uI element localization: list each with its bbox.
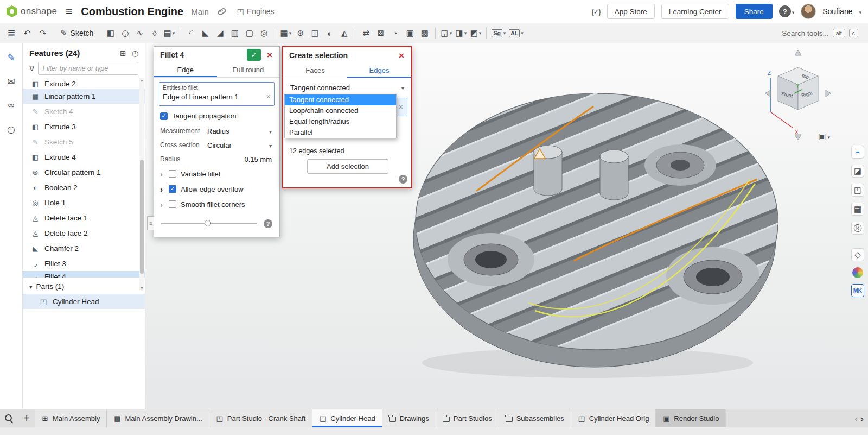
tangent-propagation-row[interactable]: Tangent propagation bbox=[154, 108, 279, 124]
share-button[interactable]: Share bbox=[736, 4, 773, 19]
allow-edge-overflow-checkbox[interactable] bbox=[169, 185, 176, 193]
dropdown-option[interactable]: Tangent connected bbox=[285, 94, 396, 105]
chamfer-icon[interactable]: ◣ bbox=[199, 26, 212, 40]
feature-item[interactable]: Boolean 2 bbox=[23, 180, 145, 195]
dropdown-option[interactable]: Loop/chain connected bbox=[285, 105, 396, 116]
shortcuts-icon[interactable]: ⓚ bbox=[851, 222, 864, 235]
feature-item[interactable]: Sketch 4 bbox=[23, 104, 145, 119]
close-button[interactable] bbox=[395, 49, 407, 61]
divider[interactable] bbox=[355, 27, 355, 39]
mk-toolbar-icon[interactable]: MK bbox=[851, 284, 864, 297]
radius-input[interactable]: 0.15 mm bbox=[206, 155, 273, 163]
document-tab[interactable]: Cylinder Head Orig bbox=[571, 409, 656, 427]
document-tab[interactable]: Main Assembly bbox=[35, 409, 107, 427]
undo-icon[interactable] bbox=[20, 26, 34, 40]
feature-item[interactable]: Delete face 1 bbox=[23, 210, 145, 225]
document-tab[interactable]: Subassemblies bbox=[499, 409, 571, 427]
confirm-button[interactable] bbox=[247, 49, 261, 61]
dropdown-option[interactable]: Equal length/radius bbox=[285, 116, 396, 127]
feature-item[interactable]: Circular pattern 1 bbox=[23, 165, 145, 180]
zoom-select-icon[interactable] bbox=[0, 409, 18, 427]
divider[interactable] bbox=[435, 27, 436, 39]
feature-item[interactable]: Extrude 4 bbox=[23, 149, 145, 165]
clear-selection-icon[interactable] bbox=[266, 92, 271, 101]
clear-selection-icon[interactable] bbox=[399, 103, 403, 111]
circular-pattern-icon[interactable]: ⊛ bbox=[293, 26, 307, 40]
selection-type-dropdown[interactable]: Tangent connected bbox=[288, 82, 406, 93]
linear-pattern-icon[interactable]: ▦ bbox=[279, 26, 292, 40]
tangent-propagation-checkbox[interactable] bbox=[160, 112, 168, 120]
measure-icon[interactable]: ◱ bbox=[439, 26, 453, 40]
create-selection-header[interactable]: Create selection bbox=[283, 47, 411, 64]
tab-faces[interactable]: Faces bbox=[283, 64, 347, 78]
new-tab-button[interactable] bbox=[18, 409, 35, 427]
ping-icon[interactable]: ✎ bbox=[5, 51, 18, 64]
dialog-drag-handle[interactable] bbox=[147, 216, 154, 230]
extrude-icon[interactable]: ◧ bbox=[104, 26, 117, 40]
feature-list-toggle-icon[interactable] bbox=[4, 26, 18, 40]
workspace-label[interactable]: Main bbox=[191, 7, 209, 16]
fillet-dialog-header[interactable]: Fillet 4 bbox=[154, 47, 279, 63]
feature-item[interactable]: Extrude 2 bbox=[23, 79, 145, 89]
user-menu[interactable]: Soufiane bbox=[822, 7, 852, 16]
isolate-icon[interactable]: ◇ bbox=[851, 248, 864, 261]
cross-section-select[interactable]: Circular bbox=[206, 140, 273, 150]
user-caret-icon[interactable] bbox=[859, 8, 861, 16]
help-icon[interactable] bbox=[264, 219, 272, 228]
feature-item[interactable]: Hole 1 bbox=[23, 195, 145, 210]
rib-icon[interactable]: ▥ bbox=[228, 26, 241, 40]
feature-item[interactable]: Delete face 2 bbox=[23, 225, 145, 241]
feature-item[interactable]: Sketch 5 bbox=[23, 134, 145, 149]
appearance-icon[interactable]: ◩ bbox=[469, 26, 482, 40]
smooth-fillet-corners-checkbox[interactable] bbox=[169, 200, 176, 208]
document-tab[interactable]: Part Studios bbox=[436, 409, 499, 427]
split-icon[interactable]: ◭ bbox=[337, 26, 351, 40]
sketch-button[interactable]: Sketch bbox=[55, 26, 99, 41]
loft-icon[interactable]: ◊ bbox=[148, 26, 161, 40]
expand-icon[interactable] bbox=[160, 169, 164, 179]
view-cube[interactable]: Top Front Right Z X Y bbox=[763, 47, 833, 144]
tabs-scroll-right-icon[interactable] bbox=[860, 413, 864, 424]
feature-item[interactable]: Linear pattern 1 bbox=[23, 89, 145, 104]
allow-edge-overflow-row[interactable]: Allow edge overflow bbox=[154, 181, 279, 197]
custom-features-icon[interactable]: AL bbox=[508, 26, 525, 40]
document-tab[interactable]: Main Assembly Drawin... bbox=[107, 409, 209, 427]
redo-icon[interactable] bbox=[36, 26, 50, 40]
add-selection-button[interactable]: Add selection bbox=[307, 159, 388, 174]
document-tab[interactable]: Part Studio - Crank Shaft bbox=[209, 409, 313, 427]
tab-edge[interactable]: Edge bbox=[154, 63, 217, 77]
history-icon[interactable]: ◷ bbox=[5, 123, 18, 136]
search-tools[interactable]: Search tools... alt c bbox=[776, 27, 864, 40]
rotate-left-icon[interactable] bbox=[765, 90, 770, 97]
rotate-up-icon[interactable] bbox=[795, 50, 801, 55]
divider[interactable] bbox=[180, 27, 180, 39]
fillet-icon[interactable]: ◜ bbox=[184, 26, 197, 40]
entities-to-fillet-box[interactable]: Entities to fillet Edge of Linear patter… bbox=[159, 82, 275, 106]
variable-fillet-checkbox[interactable] bbox=[169, 170, 176, 178]
parts-section-header[interactable]: Parts (1) bbox=[23, 279, 145, 294]
insert-feature-icon[interactable] bbox=[120, 49, 126, 58]
delete-part-icon[interactable]: ⊠ bbox=[374, 26, 387, 40]
link-icon[interactable] bbox=[217, 7, 227, 16]
view-options-menu[interactable] bbox=[818, 131, 830, 141]
rollback-history-icon[interactable] bbox=[132, 49, 138, 58]
draft-icon[interactable]: ◢ bbox=[213, 26, 227, 40]
rotate-right-icon[interactable] bbox=[826, 90, 831, 97]
feature-item[interactable]: Chamfer 2 bbox=[23, 241, 145, 256]
featurescript-icon[interactable] bbox=[591, 8, 601, 16]
cancel-button[interactable] bbox=[264, 49, 276, 61]
revolve-icon[interactable]: ◶ bbox=[118, 26, 132, 40]
learning-center-button[interactable]: Learning Center bbox=[661, 4, 729, 19]
expand-icon[interactable] bbox=[160, 185, 164, 194]
variable-fillet-row[interactable]: Variable fillet bbox=[154, 166, 279, 181]
onshape-logo[interactable]: onshape bbox=[7, 5, 57, 17]
modify-fillet-icon[interactable]: ◔ bbox=[388, 26, 402, 40]
boolean-icon[interactable]: ◐ bbox=[323, 26, 336, 40]
help-icon[interactable] bbox=[779, 5, 791, 17]
features-scrollbar[interactable] bbox=[139, 78, 144, 290]
help-icon[interactable] bbox=[399, 175, 407, 184]
display-options-icon[interactable]: ◨ bbox=[454, 26, 468, 40]
app-store-button[interactable]: App Store bbox=[607, 4, 655, 19]
divider[interactable] bbox=[275, 27, 275, 39]
named-views-icon[interactable]: ▦ bbox=[851, 203, 864, 216]
